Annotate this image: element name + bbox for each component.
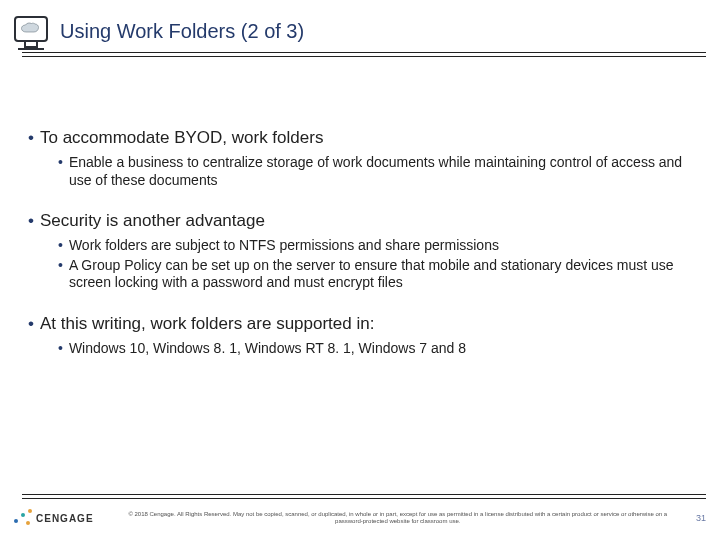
bullet-text: A Group Policy can be set up on the serv… [69, 257, 700, 292]
logo-mark-icon [14, 509, 32, 527]
bullet-text: Enable a business to centralize storage … [69, 154, 700, 189]
bullet-group: • To accommodate BYOD, work folders • En… [28, 128, 700, 189]
bullet-level1: • To accommodate BYOD, work folders [28, 128, 700, 148]
bullet-level1: • Security is another advantage [28, 211, 700, 231]
bullet-dot: • [28, 128, 34, 148]
bullet-level1: • At this writing, work folders are supp… [28, 314, 700, 334]
bullet-text: To accommodate BYOD, work folders [40, 128, 323, 148]
cloud-monitor-icon [14, 16, 48, 42]
bullet-dot: • [58, 257, 63, 292]
bullet-level2: • Windows 10, Windows 8. 1, Windows RT 8… [58, 340, 700, 358]
header-divider [22, 52, 706, 58]
bullet-dot: • [58, 237, 63, 255]
bullet-group: • Security is another advantage • Work f… [28, 211, 700, 292]
bullet-dot: • [58, 340, 63, 358]
bullet-level2: • A Group Policy can be set up on the se… [58, 257, 700, 292]
bullet-text: Windows 10, Windows 8. 1, Windows RT 8. … [69, 340, 466, 358]
slide-body: • To accommodate BYOD, work folders • En… [28, 128, 700, 379]
slide-footer: CENGAGE © 2018 Cengage. All Rights Reser… [14, 504, 706, 532]
bullet-dot: • [28, 211, 34, 231]
bullet-dot: • [58, 154, 63, 189]
bullet-text: Security is another advantage [40, 211, 265, 231]
cengage-logo: CENGAGE [14, 509, 94, 527]
bullet-level2: • Enable a business to centralize storag… [58, 154, 700, 189]
bullet-level2: • Work folders are subject to NTFS permi… [58, 237, 700, 255]
bullet-dot: • [28, 314, 34, 334]
footer-divider [22, 494, 706, 500]
logo-text: CENGAGE [36, 513, 94, 524]
copyright-text: © 2018 Cengage. All Rights Reserved. May… [108, 511, 688, 525]
slide-title: Using Work Folders (2 of 3) [60, 20, 304, 43]
bullet-text: Work folders are subject to NTFS permiss… [69, 237, 499, 255]
slide-header: Using Work Folders (2 of 3) [0, 0, 720, 64]
slide: Using Work Folders (2 of 3) • To accommo… [0, 0, 720, 540]
page-number: 31 [688, 513, 706, 523]
bullet-text: At this writing, work folders are suppor… [40, 314, 374, 334]
bullet-group: • At this writing, work folders are supp… [28, 314, 700, 358]
monitor-base [18, 48, 44, 50]
